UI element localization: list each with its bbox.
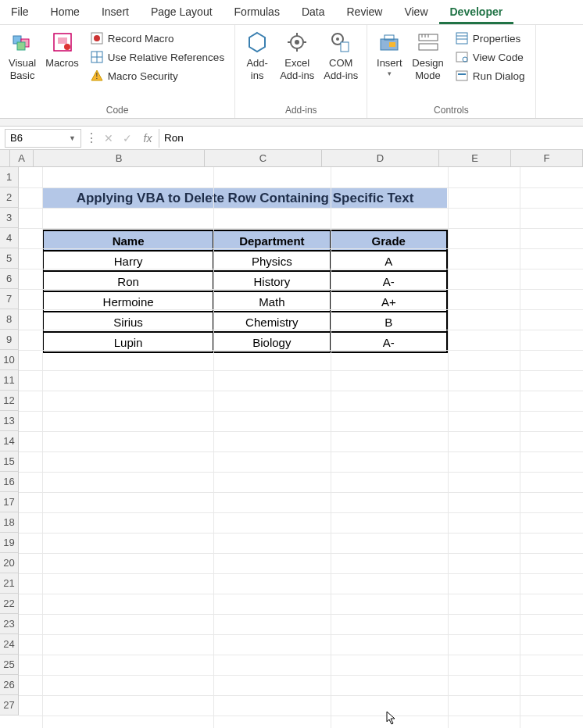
svg-rect-4 (58, 37, 67, 44)
svg-rect-2 (17, 42, 25, 50)
svg-rect-35 (458, 73, 466, 75)
svg-point-19 (336, 37, 339, 41)
row-header[interactable]: 26 (0, 675, 19, 695)
svg-point-5 (64, 44, 70, 50)
group-controls-label: Controls (371, 102, 531, 118)
com-addins-label: COM Add-ins (324, 57, 358, 81)
tab-data[interactable]: Data (291, 0, 336, 24)
col-header[interactable]: B (34, 150, 205, 167)
row-header[interactable]: 4 (0, 228, 19, 248)
name-box-value: B6 (10, 132, 23, 144)
tab-page-layout[interactable]: Page Layout (140, 0, 224, 24)
row-header[interactable]: 11 (0, 370, 19, 391)
gear-icon (284, 30, 309, 55)
group-controls: Insert ▾ Design Mode Properties View Cod… (367, 25, 535, 118)
row-header[interactable]: 10 (0, 350, 19, 370)
row-header[interactable]: 8 (0, 309, 19, 330)
ribbon-tabs: File Home Insert Page Layout Formulas Da… (0, 0, 583, 25)
row-header[interactable]: 3 (0, 208, 19, 228)
row-header[interactable]: 20 (0, 553, 19, 573)
record-macro-button[interactable]: Record Macro (87, 29, 227, 48)
com-addins-button[interactable]: COM Add-ins (319, 27, 363, 102)
svg-point-13 (295, 40, 299, 45)
hexagon-icon (245, 30, 270, 55)
row-header[interactable]: 6 (0, 269, 19, 289)
tab-formulas[interactable]: Formulas (224, 0, 291, 24)
tab-file[interactable]: File (0, 0, 40, 24)
ruler-icon (416, 30, 441, 55)
tab-home[interactable]: Home (40, 0, 91, 24)
visual-basic-icon (10, 30, 35, 55)
tab-developer[interactable]: Developer (439, 0, 514, 24)
col-header[interactable]: E (439, 150, 511, 167)
row-header[interactable]: 25 (0, 655, 19, 675)
row-header[interactable]: 17 (0, 492, 19, 512)
row-headers: 1234567891011121314151617181920212223242… (0, 167, 19, 728)
row-header[interactable]: 2 (0, 187, 19, 208)
svg-rect-34 (456, 71, 467, 80)
cursor-icon (386, 711, 397, 728)
relative-refs-label: Use Relative References (108, 52, 224, 63)
excel-addins-button[interactable]: Excel Add-ins (275, 27, 319, 102)
fx-icon[interactable]: fx (137, 132, 159, 145)
svg-rect-23 (389, 42, 395, 47)
row-header[interactable]: 16 (0, 472, 19, 492)
visual-basic-button[interactable]: Visual Basic (4, 27, 41, 102)
col-header[interactable]: A (10, 150, 34, 167)
row-header[interactable]: 9 (0, 330, 19, 350)
row-header[interactable]: 22 (0, 594, 19, 614)
row-header[interactable]: 19 (0, 533, 19, 553)
row-header[interactable]: 21 (0, 573, 19, 594)
tab-insert[interactable]: Insert (91, 0, 140, 24)
run-dialog-button[interactable]: Run Dialog (452, 66, 528, 85)
row-header[interactable]: 14 (0, 431, 19, 451)
tab-review[interactable]: Review (336, 0, 394, 24)
cancel-icon: ✕ (99, 132, 118, 145)
macros-label: Macros (45, 57, 79, 70)
view-code-label: View Code (473, 52, 524, 63)
record-macro-icon (90, 31, 104, 45)
design-mode-button[interactable]: Design Mode (407, 27, 448, 102)
dialog-icon (455, 69, 469, 83)
macros-button[interactable]: Macros (41, 27, 84, 102)
select-all-corner[interactable] (0, 150, 10, 167)
row-header[interactable]: 1 (0, 167, 19, 187)
formula-input[interactable] (159, 129, 583, 148)
chevron-down-icon[interactable]: ▼ (69, 134, 76, 142)
chevron-down-icon: ▾ (388, 70, 392, 77)
code-icon (455, 50, 469, 64)
addins-label: Add- ins (246, 57, 267, 81)
macro-security-button[interactable]: ! Macro Security (87, 66, 227, 85)
row-header[interactable]: 13 (0, 411, 19, 431)
col-header[interactable]: F (511, 150, 583, 167)
relative-refs-button[interactable]: Use Relative References (87, 48, 227, 66)
properties-button[interactable]: Properties (452, 29, 528, 48)
svg-rect-20 (341, 42, 349, 52)
col-header[interactable]: C (205, 150, 322, 167)
row-header[interactable]: 23 (0, 614, 19, 634)
enter-icon: ✓ (118, 132, 137, 145)
group-code: Visual Basic Macros Record Macro Use Rel… (0, 25, 235, 118)
tab-view[interactable]: View (393, 0, 438, 24)
svg-point-7 (94, 35, 100, 41)
row-header[interactable]: 5 (0, 248, 19, 269)
insert-control-button[interactable]: Insert ▾ (371, 27, 407, 102)
addins-button[interactable]: Add- ins (239, 27, 275, 102)
group-addins-label: Add-ins (239, 102, 363, 118)
col-header[interactable]: D (322, 150, 439, 167)
properties-label: Properties (473, 33, 521, 45)
row-header[interactable]: 18 (0, 512, 19, 533)
row-header[interactable]: 24 (0, 634, 19, 655)
sheet-title: Applying VBA to Delete Row Containing Sp… (42, 187, 448, 209)
view-code-button[interactable]: View Code (452, 48, 528, 66)
cells-area[interactable]: Applying VBA to Delete Row Containing Sp… (19, 167, 583, 728)
gear-doc-icon (328, 30, 353, 55)
column-headers: A B C D E F (10, 150, 583, 167)
row-header[interactable]: 12 (0, 391, 19, 411)
toolbox-icon (377, 30, 402, 55)
name-box[interactable]: B6 ▼ (5, 129, 81, 148)
row-header[interactable]: 15 (0, 451, 19, 472)
row-header[interactable]: 27 (0, 695, 19, 716)
macro-security-label: Macro Security (108, 70, 178, 82)
row-header[interactable]: 7 (0, 289, 19, 309)
